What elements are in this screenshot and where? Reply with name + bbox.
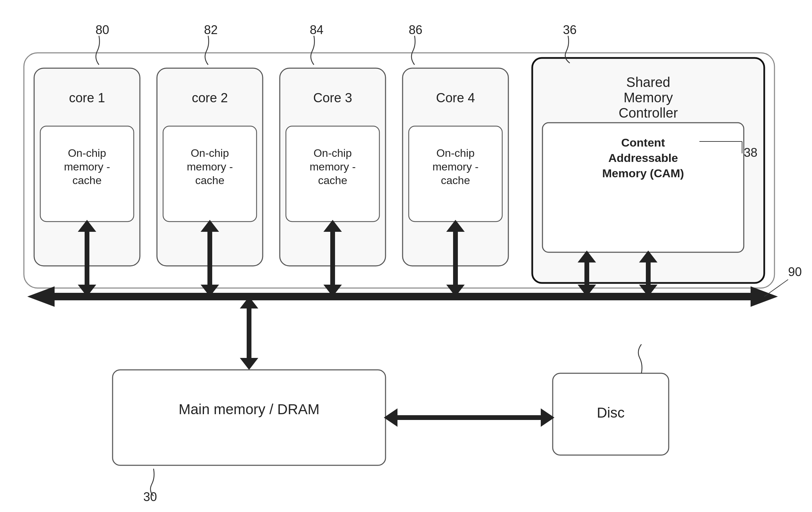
svg-text:Memory (CAM): Memory (CAM) [602, 167, 684, 180]
svg-text:80: 80 [96, 23, 109, 37]
svg-marker-34 [240, 358, 258, 370]
svg-text:90: 90 [788, 265, 802, 279]
svg-text:memory -: memory - [187, 161, 233, 173]
svg-text:cache: cache [318, 174, 347, 186]
svg-text:On-chip: On-chip [314, 147, 352, 159]
svg-text:Content: Content [621, 136, 665, 149]
svg-text:On-chip: On-chip [68, 147, 106, 159]
svg-text:86: 86 [409, 23, 422, 37]
svg-text:memory -: memory - [432, 161, 478, 173]
svg-rect-35 [113, 370, 386, 465]
svg-text:82: 82 [204, 23, 218, 37]
svg-text:Main memory / DRAM: Main memory / DRAM [178, 401, 319, 417]
diagram-svg: core 1 core 2 Core 3 Core 4 On-chip memo… [0, 0, 812, 512]
svg-text:Shared: Shared [626, 75, 670, 90]
svg-text:On-chip: On-chip [191, 147, 229, 159]
svg-text:memory -: memory - [309, 161, 356, 173]
svg-rect-4 [163, 126, 257, 222]
svg-text:On-chip: On-chip [436, 147, 475, 159]
svg-text:Core 3: Core 3 [313, 91, 352, 105]
svg-text:36: 36 [563, 23, 577, 37]
svg-marker-12 [27, 286, 55, 307]
svg-text:Core 4: Core 4 [436, 91, 475, 105]
svg-text:84: 84 [310, 23, 323, 37]
svg-text:Disc: Disc [597, 405, 625, 421]
diagram-container: core 1 core 2 Core 3 Core 4 On-chip memo… [0, 0, 812, 512]
svg-text:core 2: core 2 [192, 91, 228, 105]
svg-text:Memory: Memory [624, 90, 673, 105]
svg-text:cache: cache [72, 174, 101, 186]
svg-line-42 [764, 280, 788, 297]
svg-text:Addressable: Addressable [608, 151, 678, 164]
svg-rect-8 [409, 126, 502, 222]
svg-text:Controller: Controller [619, 105, 678, 120]
svg-text:38: 38 [744, 146, 757, 160]
svg-text:30: 30 [143, 490, 157, 504]
svg-text:cache: cache [441, 174, 470, 186]
svg-text:core 1: core 1 [69, 91, 105, 105]
svg-text:memory -: memory - [64, 161, 110, 173]
svg-rect-6 [286, 126, 379, 222]
svg-text:cache: cache [195, 174, 224, 186]
svg-rect-2 [40, 126, 134, 222]
